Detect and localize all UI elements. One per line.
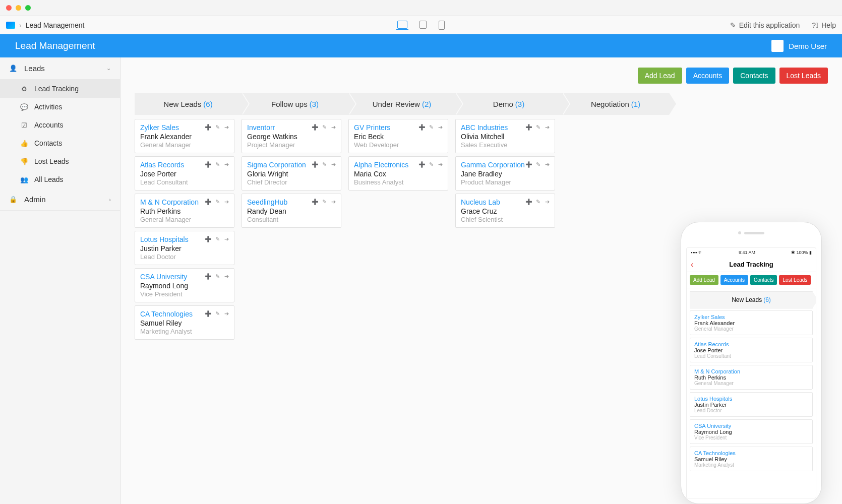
accounts-button[interactable]: Accounts xyxy=(686,68,730,84)
lead-company[interactable]: Zylker Sales xyxy=(694,314,808,320)
add-lead-button[interactable]: Add Lead xyxy=(638,68,682,84)
sidebar-item-activities[interactable]: 💬 Activities xyxy=(0,98,120,116)
lead-card[interactable]: ➕✎➔CSA UniversityRaymond LongVice Presid… xyxy=(135,268,234,302)
breadcrumb-app-name[interactable]: Lead Management xyxy=(26,21,85,29)
edit-icon[interactable]: ✎ xyxy=(214,161,221,168)
lead-card[interactable]: ➕✎➔CA TechnologiesSamuel RileyMarketing … xyxy=(135,305,234,340)
phone-stage-header[interactable]: New Leads (6) xyxy=(690,291,813,308)
move-icon[interactable]: ➔ xyxy=(223,273,230,280)
edit-icon[interactable]: ✎ xyxy=(321,198,328,205)
phone-lost-leads-button[interactable]: Lost Leads xyxy=(779,275,811,285)
edit-icon[interactable]: ✎ xyxy=(534,198,542,205)
phone-add-lead-button[interactable]: Add Lead xyxy=(690,275,718,285)
lead-card[interactable]: ➕✎➔Lotus HospitalsJustin ParkerLead Doct… xyxy=(135,231,234,265)
edit-icon[interactable]: ✎ xyxy=(534,123,542,131)
edit-icon[interactable]: ✎ xyxy=(534,161,542,168)
current-user[interactable]: Demo User xyxy=(771,40,827,52)
edit-icon[interactable]: ✎ xyxy=(428,123,435,131)
stage-header[interactable]: Demo (3) xyxy=(455,93,562,115)
edit-icon[interactable]: ✎ xyxy=(428,161,435,168)
move-icon[interactable]: ➔ xyxy=(330,123,337,131)
add-icon[interactable]: ➕ xyxy=(418,123,426,131)
move-icon[interactable]: ➔ xyxy=(223,161,230,168)
phone-lead-card[interactable]: CA TechnologiesSamuel RileyMarketing Ana… xyxy=(690,447,813,471)
add-icon[interactable]: ➕ xyxy=(205,235,212,242)
help-link[interactable]: ?⃝ Help xyxy=(812,21,836,29)
lead-card[interactable]: ➕✎➔Sigma CorporationGloria WrightChief D… xyxy=(242,156,341,191)
edit-icon[interactable]: ✎ xyxy=(214,310,221,317)
sidebar-item-accounts[interactable]: ☑ Accounts xyxy=(0,116,120,134)
stage-header[interactable]: Negotiation (1) xyxy=(562,93,669,115)
sidebar-group-admin[interactable]: 🔒 Admin › xyxy=(0,188,120,211)
lead-company[interactable]: Atlas Records xyxy=(694,341,808,347)
move-icon[interactable]: ➔ xyxy=(437,123,444,131)
lead-company[interactable]: CSA University xyxy=(694,423,808,429)
move-icon[interactable]: ➔ xyxy=(223,123,230,131)
phone-lead-card[interactable]: M & N CorporationRuth PerkinsGeneral Man… xyxy=(690,365,813,390)
move-icon[interactable]: ➔ xyxy=(544,198,551,205)
move-icon[interactable]: ➔ xyxy=(330,161,337,168)
move-icon[interactable]: ➔ xyxy=(437,161,444,168)
lead-company[interactable]: Lotus Hospitals xyxy=(694,396,808,402)
move-icon[interactable]: ➔ xyxy=(544,161,551,168)
sidebar-group-leads[interactable]: 👤 Leads ⌄ xyxy=(0,57,120,80)
add-icon[interactable]: ➕ xyxy=(312,198,319,205)
phone-lead-card[interactable]: Atlas RecordsJose PorterLead Consultant xyxy=(690,338,813,362)
add-icon[interactable]: ➕ xyxy=(525,123,532,131)
add-icon[interactable]: ➕ xyxy=(205,161,212,168)
edit-application-link[interactable]: ✎ Edit this application xyxy=(730,21,800,29)
back-button[interactable]: ‹ xyxy=(691,260,693,269)
lead-company[interactable]: M & N Corporation xyxy=(694,368,808,374)
edit-icon[interactable]: ✎ xyxy=(321,123,328,131)
lead-card[interactable]: ➕✎➔GV PrintersEric BeckWeb Developer xyxy=(348,119,448,153)
add-icon[interactable]: ➕ xyxy=(525,198,532,205)
move-icon[interactable]: ➔ xyxy=(223,310,230,317)
move-icon[interactable]: ➔ xyxy=(223,198,230,205)
phone-card-list[interactable]: Zylker SalesFrank AlexanderGeneral Manag… xyxy=(687,310,816,498)
edit-icon[interactable]: ✎ xyxy=(214,273,221,280)
lead-card[interactable]: ➕✎➔Alpha ElectronicsMaria CoxBusiness An… xyxy=(348,156,448,191)
maximize-window-button[interactable] xyxy=(25,5,31,11)
lead-card[interactable]: ➕✎➔Atlas RecordsJose PorterLead Consulta… xyxy=(135,156,234,191)
lead-card[interactable]: ➕✎➔Nucleus LabGrace CruzChief Scientist xyxy=(455,194,555,228)
lead-card[interactable]: ➕✎➔SeedlingHubRandy DeanConsultant xyxy=(242,194,341,228)
edit-icon[interactable]: ✎ xyxy=(214,198,221,205)
move-icon[interactable]: ➔ xyxy=(330,198,337,205)
add-icon[interactable]: ➕ xyxy=(205,198,212,205)
edit-icon[interactable]: ✎ xyxy=(321,161,328,168)
move-icon[interactable]: ➔ xyxy=(544,123,551,131)
sidebar-item-contacts[interactable]: 👍 Contacts xyxy=(0,134,120,152)
lead-company[interactable]: CA Technologies xyxy=(694,450,808,456)
stage-header[interactable]: Under Review (2) xyxy=(348,93,455,115)
contacts-button[interactable]: Contacts xyxy=(733,68,775,84)
stage-header[interactable]: New Leads (6) xyxy=(135,93,242,115)
lead-card[interactable]: ➕✎➔ABC IndustriesOlivia MitchellSales Ex… xyxy=(455,119,555,153)
edit-icon[interactable]: ✎ xyxy=(214,235,221,242)
add-icon[interactable]: ➕ xyxy=(205,123,212,131)
sidebar-item-lead-tracking[interactable]: ♻ Lead Tracking xyxy=(0,80,120,98)
phone-contacts-button[interactable]: Contacts xyxy=(750,275,777,285)
tablet-view-button[interactable] xyxy=(419,21,427,29)
lead-card[interactable]: ➕✎➔InventorrGeorge WatkinsProject Manage… xyxy=(242,119,341,153)
add-icon[interactable]: ➕ xyxy=(312,161,319,168)
sidebar-item-lost-leads[interactable]: 👎 Lost Leads xyxy=(0,152,120,170)
add-icon[interactable]: ➕ xyxy=(525,161,532,168)
phone-lead-card[interactable]: Zylker SalesFrank AlexanderGeneral Manag… xyxy=(690,310,813,335)
lead-card[interactable]: ➕✎➔Zylker SalesFrank AlexanderGeneral Ma… xyxy=(135,119,234,153)
phone-lead-card[interactable]: CSA UniversityRaymond LongVice President xyxy=(690,419,813,444)
desktop-view-button[interactable] xyxy=(397,21,407,29)
add-icon[interactable]: ➕ xyxy=(312,123,319,131)
lead-card[interactable]: ➕✎➔Gamma CorporationJane BradleyProduct … xyxy=(455,156,555,191)
minimize-window-button[interactable] xyxy=(16,5,21,11)
phone-view-button[interactable] xyxy=(439,21,445,30)
sidebar-item-all-leads[interactable]: 👥 All Leads xyxy=(0,170,120,188)
add-icon[interactable]: ➕ xyxy=(205,273,212,280)
phone-accounts-button[interactable]: Accounts xyxy=(720,275,748,285)
phone-lead-card[interactable]: Lotus HospitalsJustin ParkerLead Doctor xyxy=(690,392,813,417)
add-icon[interactable]: ➕ xyxy=(418,161,426,168)
add-icon[interactable]: ➕ xyxy=(205,310,212,317)
lost-leads-button[interactable]: Lost Leads xyxy=(779,68,828,84)
move-icon[interactable]: ➔ xyxy=(223,235,230,242)
lead-card[interactable]: ➕✎➔M & N CorporationRuth PerkinsGeneral … xyxy=(135,194,234,228)
stage-header[interactable]: Follow ups (3) xyxy=(242,93,348,115)
